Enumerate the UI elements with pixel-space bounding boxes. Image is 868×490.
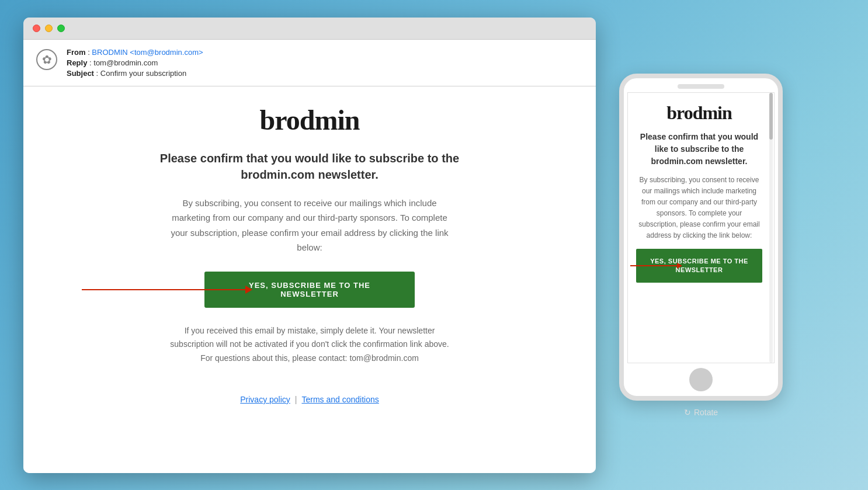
brand-logo-text: brodmin bbox=[260, 104, 360, 136]
email-body: brodmin Please confirm that you would li… bbox=[23, 86, 596, 473]
rotate-icon: ↻ bbox=[684, 408, 691, 417]
mobile-arrow-area: YES, SUBSCRIBE ME TO THE NEWSLETTER bbox=[636, 249, 762, 283]
mobile-scrollbar[interactable] bbox=[769, 93, 773, 363]
spiral-icon bbox=[36, 49, 57, 70]
from-value: BRODMIN <tom@brodmin.com> bbox=[92, 48, 203, 57]
maximize-window-button[interactable] bbox=[57, 25, 65, 32]
from-label: From bbox=[67, 48, 86, 57]
mobile-content-area: brodmin Please confirm that you would li… bbox=[627, 92, 775, 363]
mobile-scrollbar-thumb bbox=[769, 93, 773, 140]
arrow-head bbox=[245, 286, 252, 294]
email-client-window: From : BRODMIN <tom@brodmin.com> Reply :… bbox=[23, 18, 596, 473]
mobile-home-button[interactable] bbox=[689, 368, 713, 391]
privacy-policy-link[interactable]: Privacy policy bbox=[240, 395, 290, 404]
minimize-window-button[interactable] bbox=[45, 25, 53, 32]
close-window-button[interactable] bbox=[33, 25, 40, 32]
disclaimer-text: If you received this email by mistake, s… bbox=[164, 324, 456, 366]
subject-value: Confirm your subscription bbox=[100, 69, 186, 78]
window-titlebar bbox=[23, 18, 596, 40]
reply-label: Reply bbox=[67, 58, 87, 67]
email-header: From : BRODMIN <tom@brodmin.com> Reply :… bbox=[23, 40, 596, 86]
footer-links: Privacy policy | Terms and conditions bbox=[240, 395, 379, 404]
cta-area: YES, SUBSCRIBE ME TO THE NEWSLETTER bbox=[47, 272, 572, 308]
mobile-email-content: brodmin Please confirm that you would li… bbox=[628, 93, 774, 293]
mobile-arrow-line bbox=[630, 265, 677, 266]
arrow-pointer bbox=[82, 286, 252, 294]
mobile-preview-container: brodmin Please confirm that you would li… bbox=[619, 74, 783, 417]
mobile-headline: Please confirm that you would like to su… bbox=[636, 131, 762, 168]
terms-conditions-link[interactable]: Terms and conditions bbox=[301, 395, 379, 404]
mobile-body-text: By subscribing, you consent to receive o… bbox=[636, 175, 762, 242]
sender-avatar bbox=[35, 48, 58, 71]
mobile-notch bbox=[678, 84, 724, 89]
from-line: From : BRODMIN <tom@brodmin.com> bbox=[67, 48, 203, 57]
email-metadata: From : BRODMIN <tom@brodmin.com> Reply :… bbox=[67, 48, 203, 78]
mobile-arrow-pointer bbox=[630, 263, 682, 269]
subject-line: Subject : Confirm your subscription bbox=[67, 69, 203, 78]
rotate-label: ↻ Rotate bbox=[684, 408, 718, 417]
email-body-text: By subscribing, you consent to receive o… bbox=[164, 196, 456, 255]
mobile-device: brodmin Please confirm that you would li… bbox=[619, 74, 783, 401]
arrow-line bbox=[82, 289, 245, 290]
mobile-arrow-head bbox=[677, 263, 682, 269]
mobile-brand-text: brodmin bbox=[666, 102, 732, 124]
link-divider: | bbox=[295, 395, 297, 404]
reply-line: Reply : tom@brodmin.com bbox=[67, 58, 203, 67]
rotate-text: Rotate bbox=[694, 408, 718, 417]
subject-label: Subject bbox=[67, 69, 94, 78]
reply-value: tom@brodmin.com bbox=[93, 58, 158, 67]
email-headline: Please confirm that you would like to su… bbox=[158, 150, 461, 183]
